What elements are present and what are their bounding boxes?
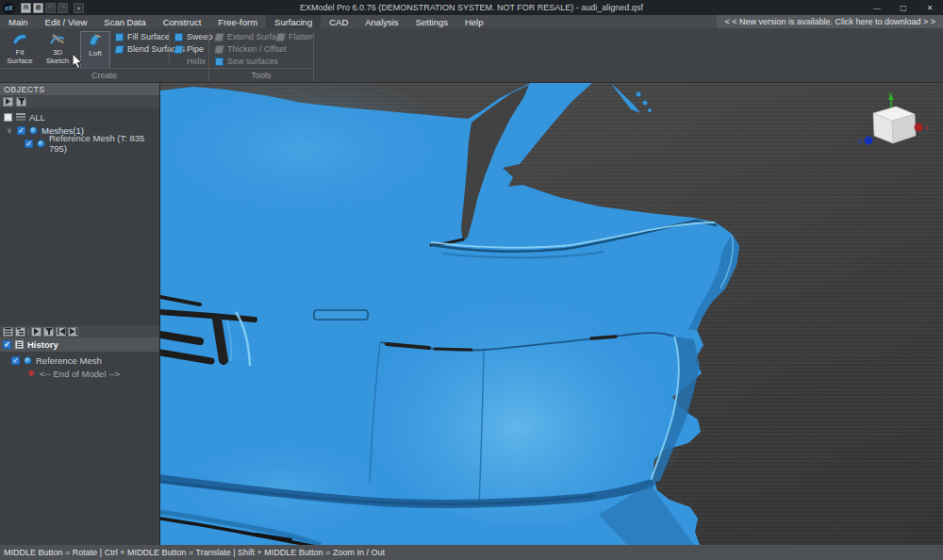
redo-button[interactable]: ↷	[58, 3, 68, 13]
thicken-offset-button[interactable]: Thicken / Offset	[215, 44, 287, 54]
menu-scan-data[interactable]: Scan Data	[95, 15, 154, 28]
history-row-reference-mesh[interactable]: ✓ Reference Mesh	[0, 354, 159, 367]
menu-surfacing[interactable]: Surfacing	[266, 15, 321, 28]
objects-play-button[interactable]	[3, 97, 13, 107]
toolbar-divider: |	[27, 327, 29, 336]
sew-surfaces-button[interactable]: Sew surfaces	[215, 57, 287, 66]
history-play-button[interactable]	[31, 327, 41, 337]
sweep-icon	[174, 33, 183, 41]
3d-sketch-icon	[49, 32, 66, 46]
3d-viewport[interactable]: y x z	[160, 83, 943, 545]
create-group-label: Create	[0, 68, 208, 81]
history-icon	[15, 340, 24, 349]
layers-icon	[16, 113, 25, 121]
fit-surface-button[interactable]: Fit Surface	[5, 31, 35, 69]
history-header-label: History	[27, 339, 58, 350]
objects-filter-button[interactable]	[16, 97, 26, 107]
tree-row-all[interactable]: ALL	[0, 110, 159, 124]
blend-surfaces-icon	[114, 45, 124, 54]
view-cube[interactable]: y x z	[856, 89, 930, 151]
thicken-offset-icon	[214, 45, 224, 54]
history-row-end-of-model[interactable]: ✱ <-- End of Model -->	[0, 367, 159, 380]
menu-bar: Main Edit / View Scan Data Construct Fre…	[0, 15, 943, 28]
meshes-checkbox[interactable]: ✓	[17, 126, 25, 135]
fill-surface-icon	[115, 33, 124, 41]
flatten-button[interactable]: Flatten	[276, 32, 315, 41]
all-label: ALL	[29, 112, 45, 123]
car-scan-mesh[interactable]	[160, 83, 943, 545]
update-notice-link[interactable]: < < New version is available. Click here…	[717, 15, 943, 28]
loft-icon	[87, 33, 104, 47]
flatten-icon	[275, 33, 286, 41]
sweep-button[interactable]: Sweep	[174, 32, 213, 41]
close-button[interactable]: ✕	[917, 0, 943, 15]
objects-tree: ALL ∨ ✓ Meshes(1) ✓ Reference Mesh (T: 8…	[0, 107, 159, 150]
open-file-button[interactable]: ▤	[21, 3, 31, 13]
skip-to-end-button[interactable]	[68, 327, 78, 337]
end-of-model-icon: ✱	[26, 369, 36, 378]
history-toolbar: |	[0, 325, 159, 338]
menu-analysis[interactable]: Analysis	[356, 15, 406, 28]
save-file-button[interactable]: ▦	[33, 3, 43, 13]
menu-settings[interactable]: Settings	[407, 15, 456, 28]
reference-mesh-icon	[37, 140, 45, 148]
history-panel: | ✓	[0, 325, 159, 380]
history-filter-button[interactable]	[43, 327, 54, 337]
history-checkbox[interactable]: ✓	[3, 340, 11, 349]
tools-group-label: Tools	[209, 68, 313, 81]
left-sidebar: OBJECTS ALL ∨ ✓	[0, 83, 160, 545]
history-list-view-button[interactable]	[3, 327, 13, 337]
z-axis-label: z	[858, 137, 862, 145]
tree-row-reference-mesh[interactable]: ✓ Reference Mesh (T: 835 795)	[0, 137, 159, 150]
end-of-model-label: <-- End of Model -->	[40, 369, 120, 379]
maximize-button[interactable]: ▢	[890, 0, 917, 15]
menu-free-form[interactable]: Free-form	[209, 15, 266, 28]
menu-main[interactable]: Main	[0, 15, 37, 28]
z-axis-handle	[865, 137, 873, 145]
pipe-button[interactable]: Pipe	[174, 44, 213, 54]
objects-panel-header: OBJECTS	[0, 83, 159, 95]
quick-access-dropdown-icon[interactable]: ▾	[74, 3, 84, 13]
menu-help[interactable]: Help	[456, 15, 492, 28]
ribbon-end-divider	[313, 32, 314, 81]
menu-cad[interactable]: CAD	[321, 15, 356, 28]
collapse-chevron-icon[interactable]: ∨	[6, 126, 13, 135]
mouse-hints-text: MIDDLE Button = Rotate | Ctrl + MIDDLE B…	[4, 548, 385, 557]
pipe-icon	[174, 45, 184, 54]
history-reference-mesh-label: Reference Mesh	[36, 355, 102, 366]
ribbon-toolbar: Fit Surface 3D Sketch Loft	[0, 28, 943, 83]
ribbon-sweep-column: Sweep Pipe Helix	[174, 32, 213, 66]
app-logo-icon[interactable]: eX	[3, 2, 15, 14]
all-checkbox[interactable]	[4, 113, 12, 122]
minimize-button[interactable]: —	[864, 0, 890, 15]
history-header-row[interactable]: ✓ History	[0, 338, 159, 352]
skip-to-start-button[interactable]	[56, 327, 66, 337]
menu-construct[interactable]: Construct	[155, 15, 210, 28]
history-tree-view-button[interactable]	[15, 327, 25, 337]
mesh-fragment	[611, 83, 640, 113]
history-reference-mesh-checkbox[interactable]: ✓	[11, 356, 20, 365]
window-title: EXModel Pro 6.0.76 (DEMONSTRATION SYSTEM…	[0, 3, 943, 12]
sew-surfaces-icon	[215, 58, 223, 66]
reference-mesh-label: Reference Mesh (T: 835 795)	[49, 133, 159, 154]
washer-cover-detail	[314, 310, 368, 320]
helix-button[interactable]: Helix	[174, 57, 213, 66]
fit-surface-icon	[11, 32, 28, 46]
loft-button[interactable]: Loft	[80, 31, 110, 69]
undo-button[interactable]: ↶	[45, 3, 56, 13]
x-axis-handle	[915, 124, 923, 132]
ribbon-separator	[169, 32, 170, 64]
3d-sketch-button[interactable]: 3D Sketch	[42, 31, 73, 69]
reference-mesh-checkbox[interactable]: ✓	[25, 140, 33, 148]
application-window: eX ▤ ▦ ↶ ↷ ▾ EXModel Pro 6.0.76 (DEMONST…	[0, 0, 943, 560]
objects-panel-toolbar	[0, 95, 159, 107]
menu-edit-view[interactable]: Edit / View	[37, 15, 96, 28]
ribbon-big-buttons: Fit Surface 3D Sketch Loft	[5, 31, 110, 69]
title-bar: eX ▤ ▦ ↶ ↷ ▾ EXModel Pro 6.0.76 (DEMONST…	[0, 0, 943, 15]
quick-access-toolbar: ▤ ▦ ↶ ↷ ▾	[21, 3, 84, 13]
status-bar: MIDDLE Button = Rotate | Ctrl + MIDDLE B…	[0, 545, 943, 560]
main-area: OBJECTS ALL ∨ ✓	[0, 83, 943, 545]
mesh-group-icon	[29, 126, 38, 135]
extend-surface-icon	[214, 33, 224, 41]
ribbon-flatten-column: Flatten	[276, 32, 315, 41]
